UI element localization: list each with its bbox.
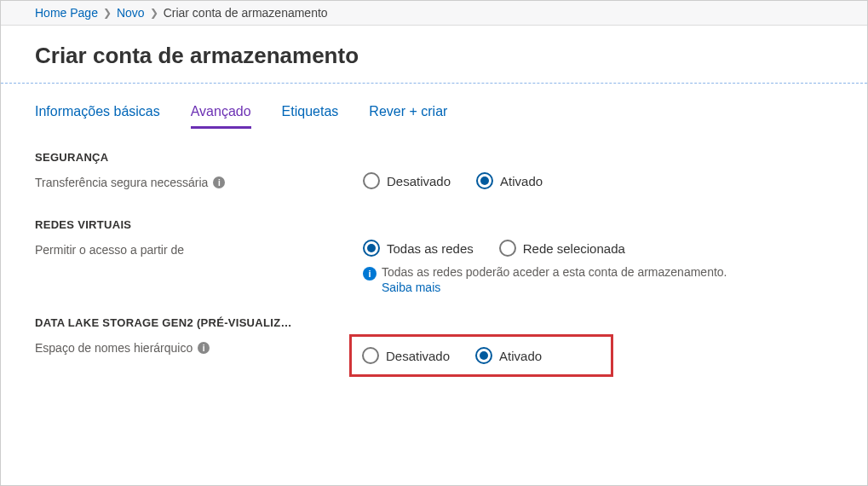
chevron-right-icon: ❯ (103, 7, 112, 19)
tab-tags[interactable]: Etiquetas (282, 104, 339, 129)
breadcrumb-home[interactable]: Home Page (35, 6, 98, 20)
learn-more-link[interactable]: Saiba mais (382, 281, 727, 294)
label-allow-access: Permitir o acesso a partir de (35, 240, 363, 257)
radio-group-hns: Desativado Ativado (362, 347, 601, 364)
radio-hns-off[interactable]: Desativado (362, 347, 450, 364)
radio-secure-transfer-on[interactable]: Ativado (476, 172, 543, 189)
breadcrumb: Home Page ❯ Novo ❯ Criar conta de armaze… (1, 1, 867, 26)
label-secure-transfer: Transferência segura necessária i (35, 172, 363, 189)
breadcrumb-novo[interactable]: Novo (117, 6, 145, 20)
row-allow-access: Permitir o acesso a partir de Todas as r… (35, 240, 833, 294)
radio-group-allow-access: Todas as redes Rede selecionada (363, 240, 833, 257)
section-security-heading: SEGURANÇA (35, 151, 833, 164)
highlight-hns: Desativado Ativado (349, 334, 613, 377)
page-title: Criar conta de armazenamento (1, 26, 867, 84)
helper-text: Todas as redes poderão aceder a esta con… (382, 265, 727, 279)
info-icon[interactable]: i (198, 342, 210, 354)
row-secure-transfer: Transferência segura necessária i Desati… (35, 172, 833, 189)
info-icon[interactable]: i (213, 176, 225, 188)
info-icon: i (363, 267, 377, 281)
radio-access-selected-network[interactable]: Rede selecionada (499, 240, 625, 257)
section-vnet-heading: REDES VIRTUAIS (35, 218, 833, 231)
radio-group-secure-transfer: Desativado Ativado (363, 172, 833, 189)
tabs: Informações básicas Avançado Etiquetas R… (1, 84, 867, 129)
breadcrumb-current: Criar conta de armazenamento (164, 6, 328, 20)
radio-secure-transfer-off[interactable]: Desativado (363, 172, 451, 189)
tab-advanced[interactable]: Avançado (191, 104, 251, 129)
section-gen2-heading: DATA LAKE STORAGE GEN2 (PRÉ-VISUALIZ… (35, 316, 342, 329)
form-content: SEGURANÇA Transferência segura necessári… (1, 129, 867, 399)
tab-basics[interactable]: Informações básicas (35, 104, 160, 129)
chevron-right-icon: ❯ (150, 7, 158, 19)
radio-hns-on[interactable]: Ativado (475, 347, 542, 364)
row-hns: Espaço de nomes hierárquico i Desativado… (35, 338, 833, 377)
tab-review-create[interactable]: Rever + criar (369, 104, 447, 129)
label-hns: Espaço de nomes hierárquico i (35, 338, 363, 355)
radio-access-all-networks[interactable]: Todas as redes (363, 240, 474, 257)
helper-allow-access: i Todas as redes poderão aceder a esta c… (363, 265, 833, 294)
